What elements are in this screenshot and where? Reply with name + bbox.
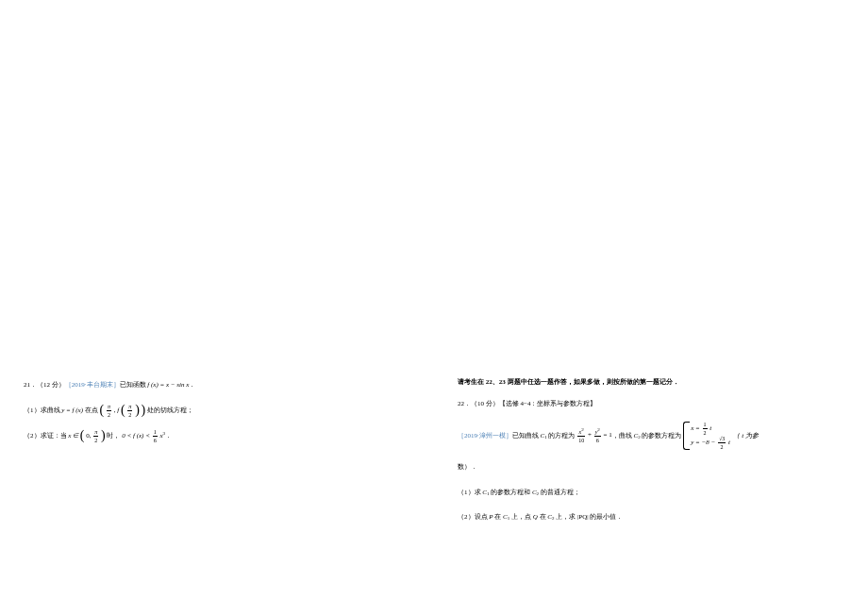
c1-sub: 1: [544, 434, 547, 439]
frac-pi-2-c: π 2: [93, 429, 98, 443]
paren-close-inner: ): [135, 403, 140, 417]
p22-part2-c1-sub: 1: [508, 516, 510, 521]
paren-close: ): [142, 403, 146, 417]
frac-pi-2-b: π 2: [127, 404, 132, 418]
param-brace: x = 1 2 t y = −8 − √3 2 t: [683, 422, 730, 450]
page-container: 21．（12 分）［2019·丰台期末］已知函数 f (x) = x − sin…: [0, 0, 868, 614]
p22-part2-q: Q: [533, 513, 538, 521]
p22-part1: （1）求 C1 的参数方程和 C2 的普通方程；: [458, 485, 844, 501]
den: 2: [703, 429, 708, 436]
num: 1: [703, 422, 708, 429]
p22-param-cont: 数）．: [458, 459, 844, 475]
ellipse-eq: x2 10 + y2 6 = 1: [576, 427, 612, 443]
problem-21-header: 21．（12 分）［2019·丰台期末］已知函数 f (x) = x − sin…: [24, 377, 410, 393]
x-eq: x =: [691, 424, 701, 432]
p21-part2: （2）求证：当 x ∈ ( 0, π 2 ) 时， 0 < f (x) < 1 …: [24, 428, 410, 444]
paren-close: ): [101, 428, 106, 442]
left-column: 21．（12 分）［2019·丰台期末］已知函数 f (x) = x − sin…: [0, 0, 434, 614]
num: 1: [153, 429, 158, 437]
p22-part2-end: 的最小值．: [590, 513, 623, 521]
p21-intro: 已知函数: [120, 381, 146, 389]
p22-source: ［2019·漳州一模］: [458, 431, 512, 439]
t1: t: [709, 424, 711, 432]
pow: 2: [581, 427, 584, 432]
t2: t: [728, 439, 730, 446]
frac-1-2: 1 2: [703, 422, 708, 436]
p21-part2-label: （2）求证：当: [24, 432, 67, 440]
p21-part2-when: 时，: [107, 432, 120, 440]
p21-part1: （1）求曲线 y = f (x) 在点 ( π 2 , f ( π 2: [24, 403, 410, 419]
problem-22: 22．（10 分）【选修 4−4：坐标系与参数方程】 ［2019·漳州一模］已知…: [458, 396, 844, 525]
brace-line-2: y = −8 − √3 2 t: [691, 436, 730, 450]
plus: +: [588, 431, 593, 439]
p21-source: ［2019·丰台期末］: [65, 381, 120, 389]
frac-x2-10: x2 10: [577, 427, 585, 443]
p22-number: 22．（10 分）: [458, 400, 499, 407]
p22-part2-p: P: [489, 513, 492, 521]
p22-part1-mid: 的参数方程和: [491, 489, 530, 496]
num: x2: [577, 427, 585, 437]
den: 2: [718, 443, 726, 450]
num: π: [107, 404, 111, 411]
frac-sqrt3-2: √3 2: [718, 436, 726, 450]
c2-sub: 2: [638, 434, 641, 439]
den: 2: [93, 437, 98, 443]
p22-part2-up2: 上，求: [556, 513, 576, 521]
param-note: （ t 为参: [733, 431, 758, 439]
num: y2: [594, 427, 601, 437]
pow: 2: [597, 427, 600, 432]
p22-intro-b: 的方程为: [548, 431, 575, 439]
p22-part2: （2）设点 P 在 C1 上，点 Q 在 C2 上，求 |PQ| 的最小值．: [458, 509, 844, 525]
p22-part2-c2-sub: 2: [552, 516, 555, 521]
interval-a: 0,: [86, 432, 92, 440]
p22-part2-pq: |PQ|: [577, 513, 589, 521]
p22-part1-c1-sub: 1: [487, 491, 490, 496]
p21-func: f (x) = x − sin x: [147, 381, 189, 389]
p22-part2-up: 上，点: [511, 513, 533, 521]
p22-part1-end: 的普通方程；: [541, 489, 580, 496]
paren-open: (: [80, 428, 85, 442]
num: √3: [718, 436, 726, 443]
p22-part2-on1: 在: [494, 513, 503, 521]
den: 10: [577, 437, 585, 443]
y-eq: y = −8 −: [691, 439, 717, 446]
p21-part1-end: 处的切线方程；: [147, 407, 193, 414]
instruction: 请考生在 22、23 两题中任选一题作答，如果多做，则按所做的第一题记分．: [458, 377, 844, 387]
p21-number: 21．（12 分）: [24, 381, 65, 389]
p22-intro-c: ，曲线: [612, 431, 632, 439]
p21-part2-interval: ( 0, π 2 ): [80, 428, 106, 444]
frac-1-6: 1 6: [153, 429, 158, 443]
num: π: [127, 404, 132, 411]
param-note-2: 数）．: [458, 463, 477, 471]
p22-intro-a: 已知曲线: [512, 431, 539, 439]
right-column: 请考生在 22、23 两题中任选一题作答，如果多做，则按所做的第一题记分． 22…: [434, 0, 868, 614]
p22-part2-label: （2）设点: [458, 513, 488, 521]
den: 2: [127, 411, 132, 418]
p21-period: ．: [189, 381, 195, 389]
den: 6: [153, 437, 158, 443]
p22-part1-c2-sub: 2: [537, 491, 540, 496]
paren-open: (: [100, 403, 105, 417]
p21-part1-point: ( π 2 , f ( π 2 ) ): [100, 403, 146, 419]
paren-open-inner: (: [121, 403, 125, 417]
frac-pi-2-a: π 2: [107, 404, 111, 418]
f-of: f: [117, 407, 119, 414]
den: 6: [594, 437, 601, 443]
p22-topic: 【选修 4−4：坐标系与参数方程】: [499, 400, 597, 407]
p22-intro-d: 的参数方程为: [642, 431, 681, 439]
p21-part1-at: 在点: [85, 407, 98, 414]
p22-main: ［2019·漳州一模］已知曲线 C1 的方程为 x2 10 + y2 6 = 1…: [458, 422, 844, 450]
p21-part2-var: x ∈: [68, 432, 78, 440]
den: 2: [107, 411, 111, 418]
p21-part1-label: （1）求曲线: [24, 407, 60, 414]
p22-part2-on2: 在: [540, 513, 548, 521]
p21-part2-period: ．: [165, 432, 172, 440]
equals: = 1: [604, 431, 612, 439]
frac-y2-6: y2 6: [594, 427, 601, 443]
p21-ineq-left: 0 < f (x) <: [122, 432, 151, 440]
num: π: [93, 429, 98, 437]
p21-part1-curve: y = f (x): [61, 407, 83, 414]
p22-part1-label: （1）求: [458, 489, 481, 496]
brace-line-1: x = 1 2 t: [691, 422, 730, 436]
problem-21: 21．（12 分）［2019·丰台期末］已知函数 f (x) = x − sin…: [24, 377, 410, 443]
